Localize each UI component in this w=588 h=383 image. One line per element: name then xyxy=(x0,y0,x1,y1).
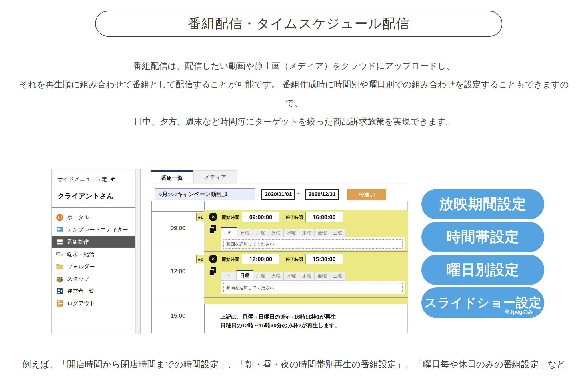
schedule-table: 09:00 12:00 15:00 #1 ✕ 開始時間 09:00:00 終了時… xyxy=(151,201,408,333)
day-tab-wed[interactable]: 水曜 xyxy=(283,229,299,237)
intro-line-3: で、 xyxy=(0,94,588,112)
sidebar: サイドメニュー固定 クライアントさん ポータル テンプレートエディター xyxy=(51,169,141,334)
date-from-input[interactable]: 2020/01/01 xyxy=(261,189,295,200)
sidebar-item-folder[interactable]: フォルダー xyxy=(52,260,140,273)
day-tab-sat[interactable]: 土曜 xyxy=(330,272,345,281)
intro-line-4: 日中、夕方、週末など時間毎にターゲットを絞った商品訴求施策を実現できます。 xyxy=(0,112,588,131)
footer-examples: 例えば、「開店時間から閉店時間までの時間設定」、「朝・昼・夜の時間帯別再生の番組… xyxy=(0,358,588,370)
block-2-start-time-input[interactable]: 12:00:00 xyxy=(242,254,279,264)
block-2-media-box: 動画を追加してください xyxy=(221,281,405,294)
copy-icon[interactable] xyxy=(208,225,217,236)
day-tab-mon[interactable]: 月曜 xyxy=(253,272,268,281)
block-2-media-input[interactable]: 動画を追加してください xyxy=(223,283,403,292)
day-tab-sun[interactable]: 日曜 xyxy=(237,229,253,237)
sidebar-item-label: フォルダー xyxy=(67,263,95,270)
time-label-1500: 15:00 xyxy=(152,312,204,319)
day-tab-wed[interactable]: 水曜 xyxy=(283,272,299,281)
block-2-tag: #2 xyxy=(196,255,204,263)
schedule-note-line-1: 上記は、月曜～日曜日の9時～16時は枠1が再生 xyxy=(220,312,340,321)
day-tab-fri[interactable]: 金曜 xyxy=(314,272,330,281)
sidebar-menu: ポータル テンプレートエディター 番組制作 端末・配信 xyxy=(52,211,140,309)
program-name-input[interactable]: ○月○○○キャンペーン動画_1 xyxy=(155,188,255,200)
sidebar-item-label: ログアウト xyxy=(67,300,95,307)
sidebar-item-staff[interactable]: スタッフ xyxy=(52,273,140,285)
sidebar-pin-row[interactable]: サイドメニュー固定 xyxy=(52,169,140,183)
tab-label: 番組一覧 xyxy=(161,174,183,182)
sidebar-item-program-create[interactable]: 番組制作 xyxy=(52,236,136,248)
feature-badges: 放映期間設定 時間帯設定 曜日別設定 スライドショー設定 ※Jpegのみ xyxy=(421,189,544,320)
badge-slideshow-note: ※Jpegのみ xyxy=(504,308,533,316)
portal-icon xyxy=(56,213,64,221)
staff-icon xyxy=(56,275,64,283)
time-label-1200: 12:00 xyxy=(152,268,204,275)
sidebar-item-portal[interactable]: ポータル xyxy=(52,211,140,223)
tab-program-list[interactable]: 番組一覧 xyxy=(151,170,193,184)
block-1-close-button[interactable]: ✕ xyxy=(209,213,217,221)
sidebar-scrollbar[interactable] xyxy=(135,169,140,334)
day-tab-sat[interactable]: 土曜 xyxy=(330,229,345,237)
block-1-media-input[interactable]: 動画を追加してください xyxy=(223,239,403,249)
sidebar-item-label: 番組制作 xyxy=(67,238,89,246)
day-tab-sun[interactable]: 日曜 xyxy=(236,270,253,281)
operator-list-icon xyxy=(56,287,64,295)
row-divider xyxy=(152,298,407,298)
day-tab-thu[interactable]: 木曜 xyxy=(299,229,315,237)
badge-slideshow: スライドショー設定 ※Jpegのみ xyxy=(421,287,544,318)
block-1-media-box: 動画を追加してください xyxy=(221,237,405,250)
page-title: 番組配信・タイムスケジュール配信 xyxy=(95,11,502,37)
program-create-icon xyxy=(56,238,64,246)
date-to-input[interactable]: 2020/12/31 xyxy=(305,189,339,200)
schedule-block-2: #2 ✕ 開始時間 12:00:00 終了時間 15:30:00 * 日曜 月曜… xyxy=(204,252,408,298)
sidebar-item-label: 運営者一覧 xyxy=(67,287,94,295)
block-2-close-button[interactable]: ✕ xyxy=(209,255,217,263)
tab-media[interactable]: メディア xyxy=(193,170,237,184)
intro-paragraph: 番組配信は、配信したい動画や静止画（メディア）をクラウドにアップロードし、 それ… xyxy=(0,57,588,131)
day-tab-all[interactable]: * xyxy=(221,272,237,281)
badge-day-of-week: 曜日別設定 xyxy=(421,255,544,285)
sidebar-item-label: スタッフ xyxy=(67,275,89,283)
day-tab-all[interactable]: * xyxy=(221,227,237,237)
time-label-0900: 09:00 xyxy=(152,225,204,231)
device-delivery-icon xyxy=(56,250,64,258)
day-tab-mon[interactable]: 月曜 xyxy=(253,229,268,237)
block-1-tag: #1 xyxy=(196,213,204,221)
template-editor-icon xyxy=(56,226,64,234)
schedule-note-line-2: 日曜日の12時～15時30分のみ枠2が再生します。 xyxy=(220,321,340,330)
block-2-end-time-input[interactable]: 15:30:00 xyxy=(305,254,343,264)
copy-icon[interactable] xyxy=(208,267,217,278)
start-time-label: 開始時間 xyxy=(222,215,239,220)
program-name-value: ○月○○○キャンペーン動画_1 xyxy=(159,191,227,198)
sidebar-item-label: ポータル xyxy=(67,214,89,221)
block-1-day-tabs: * 日曜 月曜 火曜 水曜 木曜 金曜 土曜 xyxy=(221,227,345,237)
start-time-label: 開始時間 xyxy=(222,257,239,262)
day-tab-tue[interactable]: 火曜 xyxy=(268,272,284,281)
add-frame-button[interactable]: 枠追加 xyxy=(347,189,386,200)
schedule-block-2-tail xyxy=(204,298,408,304)
tab-label: メディア xyxy=(204,174,227,181)
day-tab-thu[interactable]: 木曜 xyxy=(299,272,315,281)
page-title-text: 番組配信・タイムスケジュール配信 xyxy=(188,15,410,33)
sidebar-item-device-delivery[interactable]: 端末・配信 xyxy=(52,248,140,260)
intro-line-2: それを再生順に組み合わせて番組として配信することが可能です。 番組作成時に時間別… xyxy=(0,75,588,94)
badge-broadcast-period: 放映期間設定 xyxy=(421,189,544,219)
intro-line-1: 番組配信は、配信したい動画や静止画（メディア）をクラウドにアップロードし、 xyxy=(0,57,588,75)
block-1-start-time-input[interactable]: 09:00:00 xyxy=(242,212,279,222)
sidebar-item-template-editor[interactable]: テンプレートエディター xyxy=(52,223,140,236)
end-time-label: 終了時間 xyxy=(286,215,303,220)
client-name: クライアントさん xyxy=(52,183,140,201)
logout-icon xyxy=(56,299,64,307)
sidebar-item-operator-list[interactable]: 運営者一覧 xyxy=(52,285,140,297)
block-1-end-time-input[interactable]: 16:00:00 xyxy=(305,212,343,222)
day-tab-tue[interactable]: 火曜 xyxy=(268,229,284,237)
end-time-label: 終了時間 xyxy=(286,257,303,262)
day-tab-fri[interactable]: 金曜 xyxy=(314,229,330,237)
pushpin-icon xyxy=(109,176,115,182)
sidebar-item-label: 端末・配信 xyxy=(67,251,94,258)
schedule-block-1: #1 ✕ 開始時間 09:00:00 終了時間 16:00:00 * 日曜 月曜… xyxy=(204,210,408,252)
sidebar-item-logout[interactable]: ログアウト xyxy=(52,297,140,309)
sidebar-divider xyxy=(52,207,140,208)
page: 番組配信・タイムスケジュール配信 番組配信は、配信したい動画や静止画（メディア）… xyxy=(0,0,588,383)
badge-time-slot: 時間帯設定 xyxy=(421,222,544,252)
tabrow-divider xyxy=(151,184,408,184)
block-2-day-tabs: * 日曜 月曜 火曜 水曜 木曜 金曜 土曜 xyxy=(221,270,345,281)
